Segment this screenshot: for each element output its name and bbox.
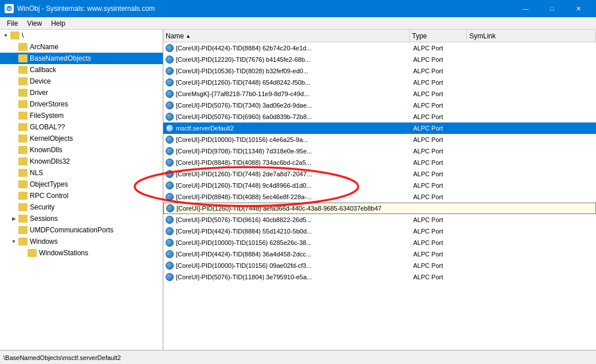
alpc-icon — [164, 112, 175, 122]
list-item[interactable]: [CoreUI]-PID(1260)-TID(7448) 654d8242-f5… — [163, 77, 596, 88]
tree-item-knowndlls[interactable]: KnownDlls — [0, 144, 163, 156]
expand-icon[interactable] — [9, 65, 18, 74]
tree-item-knowndlls32[interactable]: KnownDlls32 — [0, 156, 163, 167]
list-item[interactable]: [CoreUI]-PID(1260)-TID(7448) 9c4d8966-d1… — [163, 180, 596, 191]
alpc-icon — [164, 169, 175, 179]
expand-icon[interactable]: ▼ — [9, 54, 18, 63]
tree-item-windowstations[interactable]: WindowStations — [0, 247, 163, 259]
list-item[interactable]: [CoreUI]-PID(10000)-TID(10156) 6285e26c-… — [163, 237, 596, 248]
tree-item-device[interactable]: Device — [0, 76, 163, 87]
expand-icon[interactable] — [9, 122, 18, 132]
tree-item-nls[interactable]: NLS — [0, 167, 163, 179]
alpc-icon — [164, 238, 175, 248]
alpc-icon — [164, 43, 175, 53]
list-panel[interactable]: Name▲ Type SymLink [CoreUI]-PID(4424)-TI… — [163, 30, 596, 350]
app-icon: W — [5, 4, 14, 13]
tree-root[interactable]: ▼ \ — [0, 30, 163, 41]
expand-icon[interactable]: ▼ — [1, 31, 10, 40]
list-item-selected[interactable]: msctf.serverDefault2 ALPC Port — [163, 122, 596, 134]
col-header-name[interactable]: Name▲ — [163, 30, 410, 42]
tree-item-objecttypes[interactable]: ObjectTypes — [0, 179, 163, 190]
tree-label: ArcName — [30, 43, 58, 51]
list-item[interactable]: [CoreUI]-PID(4424)-TID(8884) 62b74c20-4e… — [163, 42, 596, 54]
folder-icon — [18, 43, 28, 51]
list-item[interactable]: [CoreUI]-PID(10000)-TID(10156) 09ae02fd-… — [163, 260, 596, 271]
tree-label: RPC Control — [30, 192, 68, 200]
expand-icon[interactable] — [9, 203, 18, 212]
tree-item-basenames[interactable]: ▼ BaseNamedObjects — [0, 53, 163, 64]
close-button[interactable]: ✕ — [565, 0, 591, 17]
row-name: [CoreUI]-PID(5076)-TID(6960) 6a0d839b-72… — [175, 113, 411, 120]
list-item[interactable]: [CoreUI]-PID(12220)-TID(7676) b4145fe2-6… — [163, 54, 596, 65]
row-type: ALPC Port — [411, 228, 468, 235]
expand-icon[interactable]: ▼ — [9, 237, 18, 246]
list-item[interactable]: [CoreMsgK]-{77af8218-77b0-11e9-8d79-c49d… — [163, 88, 596, 100]
list-item-tooltip[interactable]: [CoreUI]-PID(1260)-TID(7448) aefa366d-44… — [163, 203, 596, 214]
expand-icon[interactable] — [9, 191, 18, 200]
list-item[interactable]: [CoreUI]-PID(1260)-TID(7448) 2de7a8d7-20… — [163, 168, 596, 180]
list-item[interactable]: [CoreUI]-PID(10000)-TID(10156) c4e6a25-9… — [163, 134, 596, 145]
tree-item-callback[interactable]: Callback — [0, 64, 163, 76]
minimize-button[interactable]: — — [512, 0, 539, 17]
menu-help[interactable]: Help — [46, 17, 70, 29]
tree-label: WindowStations — [39, 249, 88, 257]
tree-item-driver[interactable]: Driver — [0, 87, 163, 98]
expand-icon[interactable] — [9, 157, 18, 166]
tree-item-filesystem[interactable]: FileSystem — [0, 110, 163, 121]
expand-icon[interactable] — [9, 168, 18, 177]
list-item[interactable]: [CoreUI]-PID(4424)-TID(8884) 55d14210-5b… — [163, 225, 596, 237]
expand-icon[interactable] — [9, 100, 18, 109]
expand-icon[interactable] — [9, 88, 18, 97]
row-name: [CoreUI]-PID(8848)-TID(4088) 5ec46e8f-22… — [175, 193, 411, 200]
alpc-icon — [164, 249, 175, 259]
expand-icon[interactable] — [18, 248, 28, 258]
row-type: ALPC Port — [411, 159, 468, 166]
tree-label: Windows — [30, 238, 58, 246]
list-item[interactable]: [CoreUI]-PID(8848)-TID(4088) 5ec46e8f-22… — [163, 191, 596, 203]
alpc-icon — [164, 272, 175, 282]
folder-icon — [18, 215, 28, 223]
tree-item-sessions[interactable]: ▶ Sessions — [0, 213, 163, 224]
tree-item-kernelobjects[interactable]: KernelObjects — [0, 133, 163, 144]
alpc-icon — [164, 66, 175, 76]
list-item[interactable]: [CoreUI]-PID(5076)-TID(9616) 40cb8822-26… — [163, 214, 596, 225]
tree-item-windows[interactable]: ▼ Windows — [0, 236, 163, 247]
list-item[interactable]: [CoreUI]-PID(5076)-TID(6960) 6a0d839b-72… — [163, 111, 596, 122]
row-name: [CoreUI]-PID(4424)-TID(8884) 36a4d458-2d… — [175, 251, 411, 258]
folder-icon — [18, 169, 28, 177]
tree-item-rpccontrol[interactable]: RPC Control — [0, 190, 163, 201]
list-item[interactable]: [CoreUI]-PID(8848)-TID(4088) 734ac6bd-c2… — [163, 157, 596, 168]
tree-label: GLOBAL?? — [30, 123, 65, 131]
list-item[interactable]: [CoreUI]-PID(5076)-TID(11804) 3e795910-e… — [163, 271, 596, 283]
maximize-button[interactable]: □ — [539, 0, 565, 17]
tree-item-global[interactable]: GLOBAL?? — [0, 121, 163, 133]
tree-panel[interactable]: ▼ \ ArcName ▼ BaseNamedObjects Callback … — [0, 30, 163, 350]
alpc-icon — [164, 89, 175, 99]
expand-icon[interactable] — [9, 77, 18, 86]
tree-item-driverstores[interactable]: DriverStores — [0, 98, 163, 110]
col-header-type[interactable]: Type — [410, 30, 467, 42]
tree-item-umdfports[interactable]: UMDFCommunicationPorts — [0, 224, 163, 236]
expand-icon[interactable] — [9, 180, 18, 189]
list-item[interactable]: [CoreUI]-PID(9708)-TID(11348) 7d318e0e-9… — [163, 145, 596, 157]
expand-icon[interactable] — [9, 225, 18, 235]
row-type: ALPC Port — [411, 45, 468, 52]
col-header-symlink[interactable]: SymLink — [467, 30, 596, 42]
menu-view[interactable]: View — [22, 17, 46, 29]
expand-icon[interactable] — [9, 111, 18, 120]
menu-file[interactable]: File — [2, 17, 22, 29]
list-item[interactable]: [CoreUI]-PID(10536)-TID(8028) b32fef09-e… — [163, 65, 596, 77]
list-item[interactable]: [CoreUI]-PID(4424)-TID(8884) 36a4d458-2d… — [163, 248, 596, 260]
expand-icon[interactable] — [9, 134, 18, 143]
tree-item-arcname[interactable]: ArcName — [0, 41, 163, 53]
row-type: ALPC Port — [411, 56, 468, 63]
folder-icon — [28, 249, 37, 257]
expand-icon[interactable] — [9, 42, 18, 52]
folder-icon — [18, 134, 28, 143]
tree-item-security[interactable]: Security — [0, 201, 163, 213]
list-item[interactable]: [CoreUI]-PID(5076)-TID(7340) 3ad06e2d-9d… — [163, 100, 596, 111]
expand-icon[interactable]: ▶ — [9, 214, 18, 223]
list-header: Name▲ Type SymLink — [163, 30, 596, 42]
expand-icon[interactable] — [9, 145, 18, 155]
row-type: ALPC Port — [411, 90, 468, 97]
